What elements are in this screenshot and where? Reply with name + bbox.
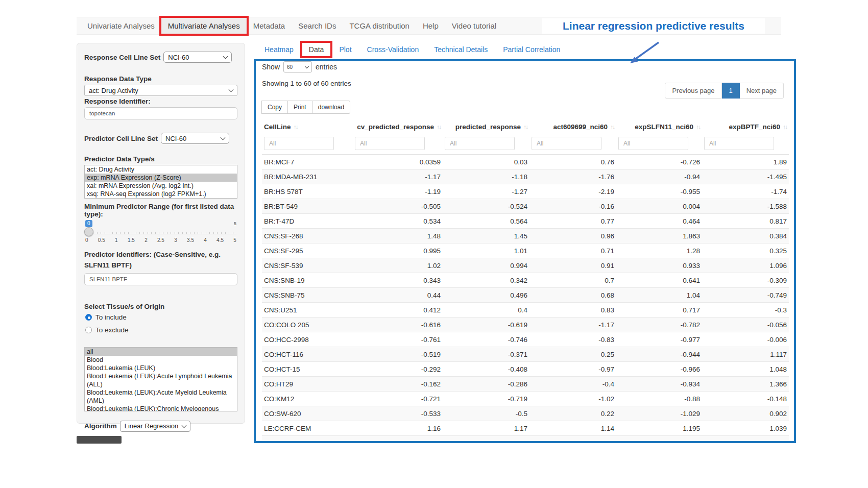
table-row[interactable]: CO:KM12 -0.721 -0.719 -1.02 -0.88 -0.148: [262, 392, 789, 406]
table-row[interactable]: BR:HS 578T -1.19 -1.27 -2.19 -0.955 -1.7…: [262, 184, 789, 199]
listbox-option[interactable]: Blood:Leukemia (LEUK):Chronic Myelogenou…: [85, 405, 237, 411]
table-row[interactable]: CNS:SF-295 0.995 1.01 0.71 1.28 0.325: [262, 243, 789, 258]
export-button[interactable]: Copy: [261, 101, 288, 114]
column-filter-input[interactable]: [618, 137, 688, 150]
tissue-include-radio[interactable]: To include: [85, 313, 237, 321]
previous-page-button[interactable]: Previous page: [665, 83, 721, 99]
act609699-cell: 0.71: [529, 243, 616, 258]
table-filter-row: [262, 135, 789, 155]
chevron-down-icon: [229, 87, 234, 92]
act609699-cell: 0.7: [529, 273, 616, 288]
table-row[interactable]: CNS:SNB-75 0.44 0.496 0.68 1.04 -0.749: [262, 288, 789, 303]
table-row[interactable]: BR:BT-549 -0.505 -0.524 -0.16 0.004 -1.5…: [262, 199, 789, 214]
table-row[interactable]: CO:SW-620 -0.533 -0.5 0.22 -1.029 0.902: [262, 406, 789, 421]
column-header-expbptf-nci60[interactable]: expBPTF_nci60↑↓: [702, 119, 789, 135]
table-row[interactable]: BR:MCF7 0.0359 0.03 0.76 -0.726 1.89: [262, 155, 789, 169]
table-row[interactable]: CNS:SNB-19 0.343 0.342 0.7 0.641 -0.309: [262, 273, 789, 288]
result-tab[interactable]: Partial Correlation: [496, 43, 567, 56]
column-filter-input[interactable]: [355, 137, 425, 150]
listbox-option[interactable]: all: [85, 348, 237, 356]
listbox-option[interactable]: Blood:Leukemia (LEUK):Acute Lymphoid Leu…: [85, 372, 237, 388]
slider-handle[interactable]: [84, 227, 93, 236]
listbox-option[interactable]: xai: mRNA Expression (Avg. log2 Int.): [85, 182, 237, 190]
result-tab[interactable]: Heatmap: [258, 43, 300, 56]
response-identifier-input[interactable]: topotecan: [84, 107, 237, 119]
nav-item[interactable]: Multivariate Analyses: [161, 18, 247, 34]
expslfn11-cell: -0.782: [616, 318, 702, 332]
page-number-button[interactable]: 1: [722, 83, 740, 99]
nav-item[interactable]: Univariate Analyses: [81, 18, 161, 34]
cv-predicted-response-cell: -0.616: [353, 318, 443, 332]
nav-item[interactable]: TCGA distribution: [343, 18, 416, 34]
column-header-cellline[interactable]: CellLine↑↓: [262, 119, 353, 135]
expslfn11-cell: 0.464: [616, 214, 702, 229]
table-row[interactable]: CO:HCC-2998 -0.761 -0.746 -0.83 -0.977 -…: [262, 332, 789, 347]
column-header-cv-predicted-response[interactable]: cv_predicted_response↑↓: [353, 119, 443, 135]
response-data-type-select[interactable]: act: Drug Activity: [84, 85, 237, 96]
show-entries-select[interactable]: 60: [283, 61, 312, 72]
column-filter-input[interactable]: [445, 137, 515, 150]
slider-tick-label: 5: [233, 237, 236, 243]
table-row[interactable]: CNS:U251 0.412 0.4 0.83 0.717 -0.3: [262, 303, 789, 318]
act609699-cell: 0.68: [529, 436, 616, 444]
table-row[interactable]: LE:CCRF-CEM 1.16 1.17 1.14 1.195 1.039: [262, 421, 789, 436]
response-cell-line-set-select[interactable]: NCI-60: [163, 52, 232, 63]
slider-tick-label: 2.5: [157, 237, 164, 243]
listbox-option[interactable]: Blood:Leukemia (LEUK): [85, 364, 237, 372]
table-row[interactable]: CO:HCT-15 -0.292 -0.408 -0.97 -0.966 1.0…: [262, 362, 789, 377]
cv-predicted-response-cell: -0.761: [353, 332, 443, 347]
result-tab[interactable]: Cross-Validation: [360, 43, 426, 56]
nav-item[interactable]: Metadata: [247, 18, 292, 34]
cellline-cell: BR:HS 578T: [262, 184, 353, 199]
table-row[interactable]: BR:MDA-MB-231 -1.17 -1.18 -1.76 -0.94 -1…: [262, 169, 789, 184]
expbptf-cell: 0.384: [702, 229, 789, 243]
cv-predicted-response-cell: 1.48: [353, 229, 443, 243]
act609699-cell: 0.91: [529, 258, 616, 273]
expbptf-cell: -1.74: [702, 184, 789, 199]
next-page-button[interactable]: Next page: [740, 83, 784, 99]
table-row[interactable]: CNS:SF-268 1.48 1.45 0.96 1.863 0.384: [262, 229, 789, 243]
column-filter-input[interactable]: [704, 137, 774, 150]
listbox-option[interactable]: act: Drug Activity: [85, 165, 237, 174]
listbox-option[interactable]: Blood:Leukemia (LEUK):Acute Myeloid Leuk…: [85, 388, 237, 405]
algorithm-select[interactable]: Linear Regression: [120, 421, 190, 432]
table-row[interactable]: CO:HCT-116 -0.519 -0.371 0.25 -0.944 1.1…: [262, 347, 789, 362]
slider-rail: [85, 232, 236, 234]
listbox-option[interactable]: xsq: RNA-seq Expression (log2 FPKM+1.): [85, 190, 237, 198]
listbox-option[interactable]: exp: mRNA Expression (Z-Score): [85, 174, 237, 182]
result-tab[interactable]: Data: [302, 43, 331, 56]
expbptf-cell: -0.309: [702, 273, 789, 288]
slider-value-badge: 0: [85, 220, 92, 227]
column-header-act609699-nci60[interactable]: act609699_nci60↑↓: [529, 119, 616, 135]
act609699-cell: -0.4: [529, 377, 616, 392]
result-tab[interactable]: Plot: [332, 43, 358, 56]
nav-item[interactable]: Video tutorial: [445, 18, 503, 34]
chevron-down-icon: [221, 135, 226, 140]
response-identifier-label: Response Identifier:: [84, 97, 237, 105]
column-header-expslfn11-nci60[interactable]: expSLFN11_nci60↑↓: [616, 119, 702, 135]
cellline-cell: CNS:SF-268: [262, 229, 353, 243]
export-button[interactable]: download: [312, 101, 350, 114]
slider-tick-label: 4.5: [216, 237, 224, 243]
act609699-cell: 0.76: [529, 155, 616, 169]
column-header-predicted-response[interactable]: predicted_response↑↓: [443, 119, 529, 135]
expslfn11-cell: 1.863: [616, 229, 702, 243]
cv-predicted-response-cell: 0.44: [353, 288, 443, 303]
nav-item[interactable]: Search IDs: [292, 18, 343, 34]
table-row[interactable]: CO:HT29 -0.162 -0.286 -0.4 -0.934 1.366: [262, 377, 789, 392]
table-row[interactable]: CO:COLO 205 -0.616 -0.619 -1.17 -0.782 -…: [262, 318, 789, 332]
predictor-identifiers-input[interactable]: SLFN11 BPTF: [84, 273, 237, 285]
table-row[interactable]: LE:HL-60(TB) 0.951 0.934 0.68 1.307 0.03…: [262, 436, 789, 444]
tissue-exclude-radio[interactable]: To exclude: [85, 326, 237, 334]
table-row[interactable]: CNS:SF-539 1.02 0.994 0.91 0.933 1.096: [262, 258, 789, 273]
predictor-cell-line-set-select[interactable]: NCI-60: [161, 133, 229, 144]
cv-predicted-response-cell: -0.533: [353, 406, 443, 421]
result-tab[interactable]: Technical Details: [427, 43, 494, 56]
expbptf-cell: 0.902: [702, 406, 789, 421]
listbox-option[interactable]: Blood: [85, 356, 237, 364]
export-button[interactable]: Print: [287, 101, 312, 114]
nav-item[interactable]: Help: [416, 18, 445, 34]
table-row[interactable]: BR:T-47D 0.534 0.564 0.77 0.464 0.817: [262, 214, 789, 229]
column-filter-input[interactable]: [532, 137, 601, 150]
column-filter-input[interactable]: [264, 137, 334, 150]
